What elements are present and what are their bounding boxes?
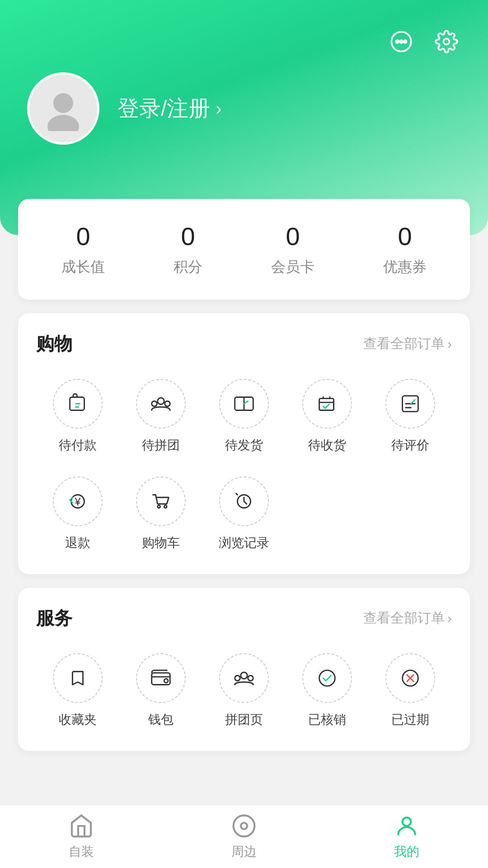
group-buy-icon-circle [136,379,186,429]
nearby-icon [231,813,257,839]
group-page-icon-circle [219,653,269,703]
nav-nearby-label: 周边 [231,843,257,860]
nav-item-home[interactable]: 自装 [36,813,127,860]
expired-icon-circle [385,653,435,703]
svg-point-28 [403,817,411,826]
shopping-item-cart[interactable]: 购物车 [119,476,202,552]
pending-pay-label: 待付款 [59,437,97,454]
profile-section[interactable]: 登录/注册 › [27,72,222,145]
svg-point-24 [319,670,335,686]
refund-label: 退款 [65,534,90,552]
svg-point-6 [47,115,79,131]
stat-coupon[interactable]: 0 优惠券 [383,222,427,277]
svg-point-8 [158,398,164,405]
pending-ship-label: 待发货 [225,437,263,454]
pending-ship-icon-circle [219,379,269,429]
shopping-title: 购物 [36,331,72,356]
shopping-chevron: › [447,336,452,352]
login-register-button[interactable]: 登录/注册 › [117,94,222,123]
service-item-verified[interactable]: 已核销 [286,653,369,728]
expired-label: 已过期 [391,711,429,728]
svg-point-21 [241,672,248,679]
home-icon [69,813,94,839]
svg-text:¥: ¥ [75,496,81,508]
favorites-label: 收藏夹 [59,711,97,728]
service-item-expired[interactable]: 已过期 [369,653,452,728]
nav-home-label: 自装 [69,843,94,860]
svg-rect-12 [319,398,334,410]
service-section: 服务 查看全部订单 › 收藏夹 [18,588,470,751]
nav-item-mine[interactable]: 我的 [361,813,452,860]
service-item-wallet[interactable]: 钱包 [119,653,202,728]
shopping-item-group-buy[interactable]: 待拼团 [119,379,202,454]
stats-card: 0 成长值 0 积分 0 会员卡 0 优惠券 [18,199,470,300]
shopping-icon-grid: 待付款 待拼团 [36,379,452,552]
service-header: 服务 查看全部订单 › [36,606,452,631]
history-label: 浏览记录 [219,534,269,552]
service-item-favorites[interactable]: 收藏夹 [36,653,119,728]
shopping-item-refund[interactable]: ¥ 退款 [36,476,119,552]
stat-member-card[interactable]: 0 会员卡 [271,222,314,277]
pending-receive-icon-circle [302,379,352,429]
shopping-item-pending-pay[interactable]: 待付款 [36,379,119,454]
shopping-item-pending-receive[interactable]: 待收货 [286,379,369,454]
avatar [27,72,99,145]
shopping-section: 购物 查看全部订单 › 待付款 [18,313,470,574]
svg-point-27 [241,823,247,829]
member-card-label: 会员卡 [271,257,314,277]
pending-pay-icon-circle [53,379,103,429]
stat-points[interactable]: 0 积分 [174,222,202,277]
svg-point-23 [248,675,253,681]
coupon-value: 0 [398,222,412,251]
verified-label: 已核销 [308,711,346,728]
shopping-header: 购物 查看全部订单 › [36,331,452,356]
stat-growth[interactable]: 0 成长值 [61,222,105,277]
favorites-icon-circle [53,653,103,703]
login-label: 登录/注册 [117,94,210,123]
pending-review-label: 待评价 [391,437,429,454]
header-icons [387,27,461,56]
cart-icon-circle [136,476,186,526]
svg-point-4 [444,39,450,45]
page-content: 登录/注册 › 0 成长值 0 积分 0 会员卡 0 优惠券 购物 查看全部订单 [0,0,488,841]
svg-point-9 [152,401,157,406]
svg-point-20 [164,679,168,683]
shopping-item-pending-review[interactable]: 待评价 [369,379,452,454]
shopping-item-pending-ship[interactable]: 待发货 [202,379,286,454]
svg-point-1 [396,41,398,42]
pending-review-icon-circle [385,379,435,429]
service-view-all[interactable]: 查看全部订单 › [363,609,452,627]
growth-value: 0 [76,222,90,251]
svg-point-10 [165,401,170,406]
bottom-nav: 自装 周边 我的 [0,805,488,868]
member-card-value: 0 [286,222,300,251]
svg-point-17 [164,505,167,508]
group-buy-label: 待拼团 [142,437,180,454]
shopping-view-all-label: 查看全部订单 [363,335,445,353]
history-icon-circle [219,476,269,526]
service-icon-grid: 收藏夹 钱包 [36,653,452,728]
service-item-group-page[interactable]: 拼团页 [202,653,286,728]
nav-mine-label: 我的 [394,843,419,860]
settings-icon[interactable] [432,27,461,56]
svg-point-26 [234,815,255,836]
svg-point-16 [158,505,160,508]
wallet-label: 钱包 [148,711,174,728]
service-view-all-label: 查看全部订单 [363,609,445,627]
points-label: 积分 [174,257,202,277]
svg-point-22 [235,675,240,681]
shopping-item-history[interactable]: 浏览记录 [202,476,286,552]
chevron-icon: › [216,99,221,119]
shopping-view-all[interactable]: 查看全部订单 › [363,335,452,353]
cart-label: 购物车 [142,534,180,552]
chat-icon[interactable] [387,27,416,56]
growth-label: 成长值 [61,257,105,277]
wallet-icon-circle [136,653,186,703]
coupon-label: 优惠券 [383,257,427,277]
svg-point-2 [400,41,402,42]
service-title: 服务 [36,606,72,631]
mine-icon [394,813,419,839]
nav-item-nearby[interactable]: 周边 [199,813,289,860]
service-chevron: › [447,611,452,626]
points-value: 0 [181,222,195,251]
